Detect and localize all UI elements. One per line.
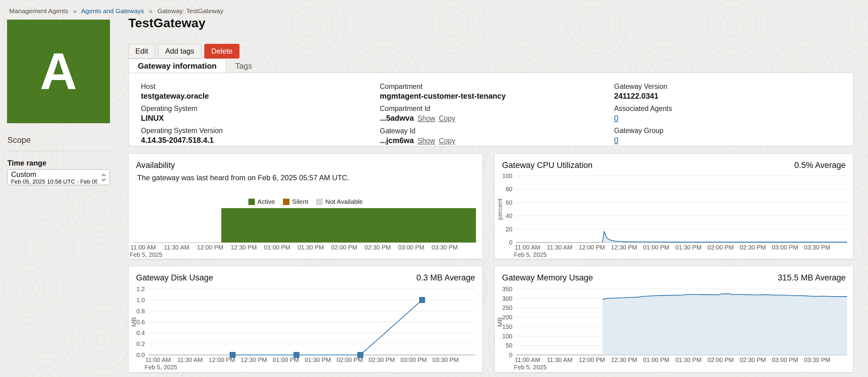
time-range-selected-dates: Feb 05, 2025 10:58 UTC - Feb 05, 2025 15…: [11, 178, 97, 185]
add-tags-button[interactable]: Add tags: [158, 44, 201, 59]
svg-text:20: 20: [506, 226, 513, 233]
edit-button[interactable]: Edit: [128, 44, 155, 59]
operating-system-field: Operating System LINUX: [141, 104, 223, 123]
disk-average-value: 0.3 MB Average: [416, 273, 475, 283]
svg-text:01:00 PM: 01:00 PM: [643, 244, 670, 251]
memory-usage-card: Gateway Memory Usage 315.5 MB Average 05…: [494, 266, 853, 372]
svg-text:1.0: 1.0: [136, 297, 145, 303]
compartment-id-copy-link[interactable]: Copy: [439, 114, 456, 122]
svg-text:11:00 AM: 11:00 AM: [515, 356, 540, 363]
svg-text:02:30 PM: 02:30 PM: [365, 244, 391, 251]
gateway-version-value: 241122.0341: [614, 91, 672, 101]
availability-subtitle: The gateway was last heard from on Feb 6…: [137, 173, 349, 182]
svg-text:01:30 PM: 01:30 PM: [305, 356, 331, 363]
disk-chart-title: Gateway Disk Usage: [136, 273, 213, 283]
select-spinner-icon: [102, 173, 106, 181]
gateway-id-show-link[interactable]: Show: [417, 137, 435, 145]
operating-system-value: LINUX: [141, 113, 223, 123]
svg-text:01:00 PM: 01:00 PM: [264, 244, 290, 251]
tab-gateway-information[interactable]: Gateway information: [128, 59, 226, 73]
gateway-id-label: Gateway Id: [380, 126, 506, 136]
svg-text:12:00 PM: 12:00 PM: [579, 244, 605, 251]
operating-system-version-field: Operating System Version 4.14.35-2047.51…: [141, 126, 223, 145]
gateway-id-value: ...jcm6waShowCopy: [380, 136, 506, 146]
gateway-group-label: Gateway Group: [614, 126, 672, 135]
delete-button[interactable]: Delete: [204, 44, 240, 59]
svg-text:Feb 5, 2025: Feb 5, 2025: [129, 251, 162, 258]
gateway-information-panel: Host testgateway.oracle Operating System…: [128, 72, 854, 146]
svg-text:11:00 AM: 11:00 AM: [515, 244, 540, 251]
svg-text:80: 80: [506, 186, 513, 193]
svg-text:01:30 PM: 01:30 PM: [675, 244, 702, 251]
action-buttons: Edit Add tags Delete: [128, 44, 240, 59]
tab-tags[interactable]: Tags: [226, 59, 261, 73]
svg-text:1.2: 1.2: [136, 286, 145, 292]
compartment-id-value: ...5adwvaShowCopy: [380, 113, 506, 123]
svg-text:12:00 PM: 12:00 PM: [209, 356, 235, 363]
operating-system-label: Operating System: [141, 104, 223, 113]
disk-chart-plot: 0.00.20.40.60.81.01.2MB11:00 AM11:30 AM1…: [129, 285, 483, 374]
svg-text:60: 60: [506, 199, 513, 206]
compartment-label: Compartment: [380, 82, 506, 91]
svg-text:MB: MB: [130, 317, 137, 327]
breadcrumb-agents-and-gateways-link[interactable]: Agents and Gateways: [81, 7, 144, 14]
associated-agents-count-link[interactable]: 0: [614, 114, 618, 122]
svg-text:03:00 PM: 03:00 PM: [772, 244, 798, 251]
disk-usage-card: Gateway Disk Usage 0.3 MB Average 0.00.2…: [128, 266, 483, 372]
svg-text:350: 350: [502, 286, 513, 292]
host-value: testgateway.oracle: [141, 91, 223, 101]
associated-agents-label: Associated Agents: [614, 104, 672, 113]
cpu-average-value: 0.5% Average: [794, 161, 846, 170]
gateway-id-field: Gateway Id ...jcm6waShowCopy: [380, 126, 506, 146]
svg-text:percent: percent: [496, 198, 503, 220]
svg-text:01:00 PM: 01:00 PM: [273, 356, 299, 363]
svg-text:40: 40: [506, 212, 513, 219]
svg-text:11:30 AM: 11:30 AM: [164, 244, 189, 251]
sidebar-divider: [7, 151, 110, 151]
svg-text:0: 0: [509, 239, 513, 246]
time-range-label: Time range: [7, 159, 46, 167]
svg-text:Feb 5, 2025: Feb 5, 2025: [514, 364, 547, 371]
svg-text:100: 100: [502, 333, 513, 340]
svg-text:MB: MB: [496, 317, 503, 327]
memory-chart-title: Gateway Memory Usage: [502, 273, 593, 283]
compartment-id-field: Compartment Id ...5adwvaShowCopy: [380, 104, 506, 123]
svg-text:02:30 PM: 02:30 PM: [740, 356, 766, 363]
breadcrumb-management-agents: Management Agents: [9, 7, 68, 14]
svg-text:12:30 PM: 12:30 PM: [611, 244, 638, 251]
gateway-id-copy-link[interactable]: Copy: [439, 137, 456, 145]
svg-text:02:00 PM: 02:00 PM: [708, 244, 734, 251]
svg-text:02:00 PM: 02:00 PM: [337, 356, 363, 363]
breadcrumb-separator: »: [73, 7, 76, 14]
gateway-id-ocid: ...jcm6wa: [380, 136, 414, 145]
svg-text:03:30 PM: 03:30 PM: [432, 356, 459, 363]
breadcrumb-separator: »: [149, 7, 153, 14]
compartment-id-label: Compartment Id: [380, 104, 506, 113]
memory-average-value: 315.5 MB Average: [778, 273, 846, 283]
svg-text:01:00 PM: 01:00 PM: [643, 356, 670, 363]
svg-text:03:00 PM: 03:00 PM: [398, 244, 425, 251]
svg-text:11:30 AM: 11:30 AM: [547, 244, 572, 251]
svg-text:03:30 PM: 03:30 PM: [804, 244, 830, 251]
svg-text:11:30 AM: 11:30 AM: [177, 356, 203, 363]
svg-text:02:00 PM: 02:00 PM: [708, 356, 734, 363]
gateway-group-count-link[interactable]: 0: [614, 136, 618, 144]
svg-text:Feb 5, 2025: Feb 5, 2025: [145, 364, 177, 371]
svg-text:0.4: 0.4: [136, 329, 145, 336]
gateway-version-field: Gateway Version 241122.0341: [614, 82, 672, 101]
scope-heading: Scope: [7, 136, 31, 145]
time-range-select[interactable]: Custom Feb 05, 2025 10:58 UTC - Feb 05, …: [7, 169, 110, 185]
associated-agents-field: Associated Agents 0: [614, 104, 672, 123]
host-label: Host: [141, 82, 223, 91]
svg-text:Feb 5, 2025: Feb 5, 2025: [514, 251, 547, 258]
compartment-id-show-link[interactable]: Show: [417, 114, 435, 122]
svg-text:0.2: 0.2: [136, 341, 145, 347]
svg-text:0.0: 0.0: [136, 352, 145, 358]
tab-bar: Gateway information Tags: [128, 59, 261, 73]
svg-text:11:00 AM: 11:00 AM: [130, 244, 156, 251]
host-field: Host testgateway.oracle: [141, 82, 223, 101]
svg-text:12:30 PM: 12:30 PM: [230, 244, 257, 251]
availability-title: Availability: [136, 161, 175, 170]
compartment-id-ocid: ...5adwva: [380, 114, 414, 122]
avatar-letter: A: [40, 46, 77, 97]
